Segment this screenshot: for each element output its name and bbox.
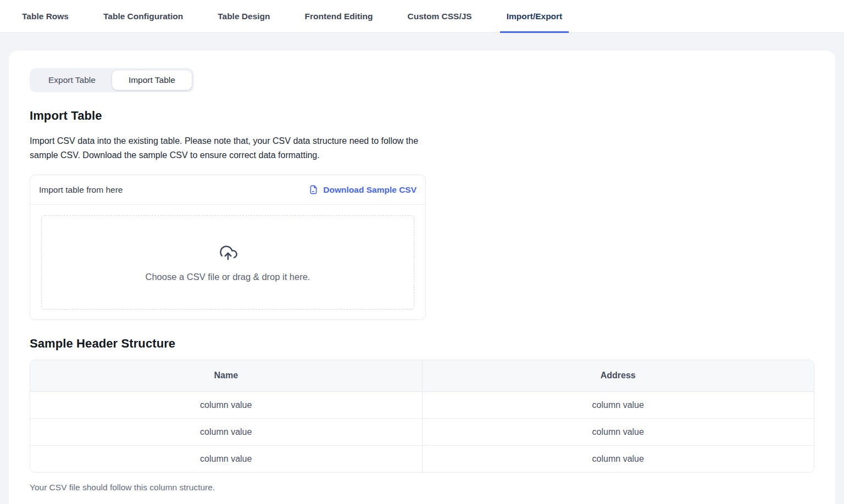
upload-cloud-icon — [218, 243, 238, 263]
tab-table-configuration[interactable]: Table Configuration — [97, 0, 190, 32]
structure-footnote: Your CSV file should follow this column … — [30, 483, 814, 492]
sample-structure-table-wrapper: Name Address column value column value c… — [30, 360, 814, 473]
dropzone-text: Choose a CSV file or drag & drop it here… — [146, 272, 310, 282]
file-csv-icon — [308, 184, 319, 195]
download-sample-csv-label: Download Sample CSV — [323, 185, 417, 195]
tab-import-export[interactable]: Import/Export — [500, 0, 569, 32]
sample-structure-table: Name Address column value column value c… — [30, 360, 814, 472]
settings-tab-bar: Table Rows Table Configuration Table Des… — [0, 0, 844, 33]
tab-nav: Table Rows Table Configuration Table Des… — [15, 0, 569, 32]
table-row: column value column value — [30, 418, 814, 445]
import-export-panel: Export Table Import Table Import Table I… — [9, 51, 835, 504]
table-header-row: Name Address — [30, 360, 814, 391]
table-row: column value column value — [30, 445, 814, 472]
import-box-label: Import table from here — [39, 185, 123, 195]
table-cell: column value — [30, 418, 422, 445]
table-cell: column value — [422, 418, 814, 445]
table-row: column value column value — [30, 391, 814, 418]
table-cell: column value — [422, 445, 814, 472]
tab-table-rows[interactable]: Table Rows — [15, 0, 75, 32]
table-cell: column value — [422, 391, 814, 418]
tab-table-design[interactable]: Table Design — [211, 0, 276, 32]
sample-structure-title: Sample Header Structure — [30, 337, 814, 351]
tab-frontend-editing[interactable]: Frontend Editing — [298, 0, 380, 32]
table-header-name: Name — [30, 360, 422, 391]
csv-dropzone[interactable]: Choose a CSV file or drag & drop it here… — [41, 215, 414, 310]
import-table-toggle-button[interactable]: Import Table — [112, 70, 192, 90]
export-import-toggle: Export Table Import Table — [30, 68, 194, 92]
table-cell: column value — [30, 391, 422, 418]
table-cell: column value — [30, 445, 422, 472]
import-description: Import CSV data into the existing table.… — [30, 134, 439, 163]
download-sample-csv-link[interactable]: Download Sample CSV — [308, 184, 417, 195]
import-box-header: Import table from here Download Sample C… — [30, 175, 425, 205]
import-section-title: Import Table — [30, 109, 814, 123]
table-header-address: Address — [422, 360, 814, 391]
tab-custom-css-js[interactable]: Custom CSS/JS — [401, 0, 479, 32]
export-table-toggle-button[interactable]: Export Table — [32, 70, 112, 90]
import-box: Import table from here Download Sample C… — [30, 175, 426, 320]
